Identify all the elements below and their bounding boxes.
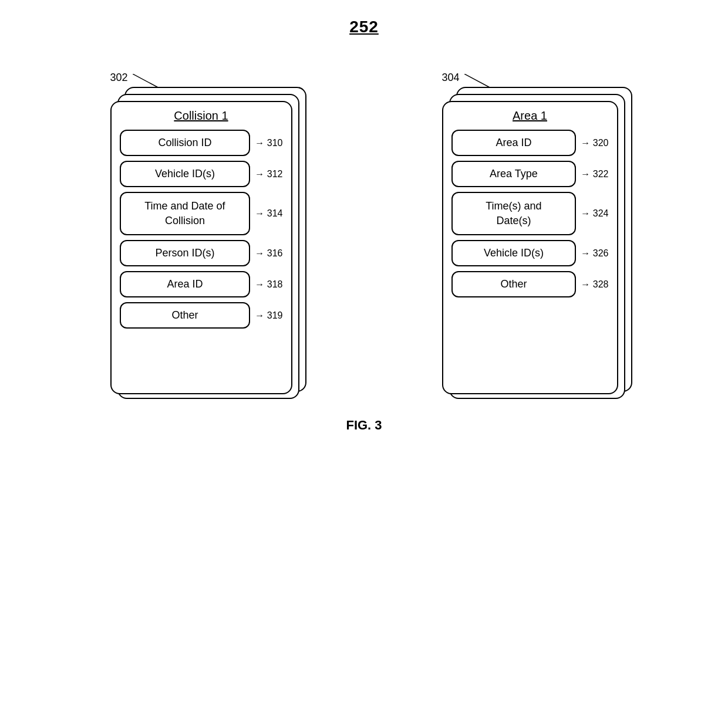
ref-314: → 314: [255, 208, 282, 219]
field-row-person-ids: Person ID(s) → 316: [120, 240, 283, 266]
field-row-area-id: Area ID → 318: [120, 271, 283, 297]
field-area-type: Area Type: [451, 161, 577, 187]
field-vehicle-ids: Vehicle ID(s): [120, 161, 251, 187]
ref-319: → 319: [255, 310, 282, 321]
ref-310: → 310: [255, 138, 282, 148]
field-area-id-r: Area ID: [451, 130, 577, 156]
field-time-date: Time and Date ofCollision: [120, 192, 251, 235]
ref-312: → 312: [255, 169, 282, 180]
field-area-id: Area ID: [120, 271, 251, 297]
area-group: 304 Area n • • • Area 2 Area 1 Area: [442, 72, 618, 394]
field-other-collision: Other: [120, 302, 251, 329]
field-vehicle-ids-r: Vehicle ID(s): [451, 240, 577, 266]
ref-326: → 326: [581, 248, 608, 259]
ref-318: → 318: [255, 279, 282, 290]
collision-card-front: Collision 1 Collision ID → 310 Vehicle I…: [110, 101, 292, 394]
area-front-title: Area 1: [451, 109, 609, 123]
field-row-other-area: Other → 328: [451, 271, 609, 297]
collision-ref-num: 302: [110, 72, 128, 84]
collision-group: 302 Collision n • • • Collision 2 Collis…: [110, 72, 292, 394]
field-times-dates: Time(s) andDate(s): [451, 192, 577, 235]
field-person-ids: Person ID(s): [120, 240, 251, 266]
field-collision-id: Collision ID: [120, 130, 251, 156]
field-row-times-dates: Time(s) andDate(s) → 324: [451, 192, 609, 235]
area-ref-num: 304: [442, 72, 460, 84]
collision-stacked-cards: Collision n • • • Collision 2 Collision …: [110, 101, 292, 394]
ref-322: → 322: [581, 169, 608, 180]
ref-328: → 328: [581, 279, 608, 290]
page-title: 252: [0, 18, 728, 36]
field-row-time-date: Time and Date ofCollision → 314: [120, 192, 283, 235]
ref-324: → 324: [581, 208, 608, 219]
field-row-vehicle-ids-r: Vehicle ID(s) → 326: [451, 240, 609, 266]
field-row-other-collision: Other → 319: [120, 302, 283, 329]
diagram-container: 302 Collision n • • • Collision 2 Collis…: [0, 72, 728, 394]
field-other-area: Other: [451, 271, 577, 297]
fig-label: FIG. 3: [0, 418, 728, 433]
collision-front-title: Collision 1: [120, 109, 283, 123]
ref-316: → 316: [255, 248, 282, 259]
field-row-area-id-r: Area ID → 320: [451, 130, 609, 156]
field-row-collision-id: Collision ID → 310: [120, 130, 283, 156]
area-stacked-cards: Area n • • • Area 2 Area 1 Area ID → 320…: [442, 101, 618, 394]
field-row-vehicle-ids: Vehicle ID(s) → 312: [120, 161, 283, 187]
field-row-area-type: Area Type → 322: [451, 161, 609, 187]
ref-320: → 320: [581, 138, 608, 148]
area-card-front: Area 1 Area ID → 320 Area Type → 322 Tim…: [442, 101, 618, 394]
